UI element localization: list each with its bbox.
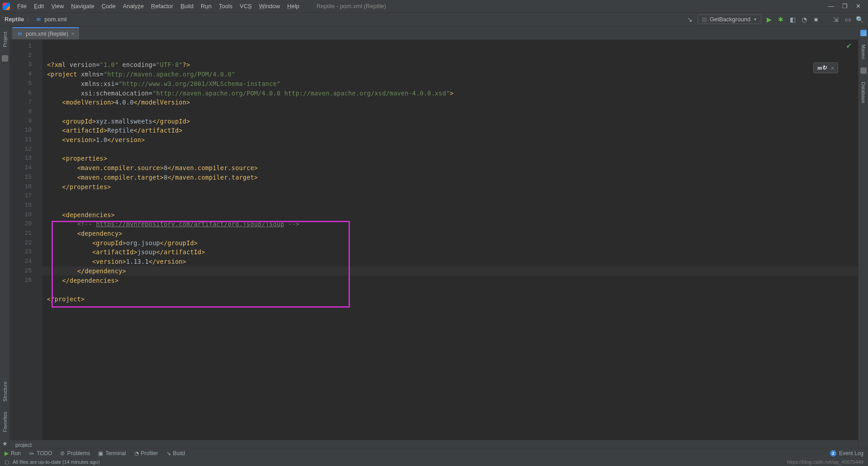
todo-icon: ≔: [29, 450, 34, 456]
menu-build[interactable]: Build: [177, 1, 197, 11]
maven-reload-icon: m↻: [817, 64, 827, 71]
editor[interactable]: ✔ m↻ × 12345678910 11121314151617181920 …: [10, 40, 858, 440]
tab-pom[interactable]: m pom.xml (Reptile) ×: [12, 27, 79, 39]
tool-maven[interactable]: Maven: [861, 43, 866, 61]
fold-stripe[interactable]: [36, 40, 42, 440]
menu-run[interactable]: Run: [197, 1, 215, 11]
maven-tool-icon[interactable]: [860, 30, 867, 36]
maven-file-icon: m: [35, 16, 42, 23]
tool-favorites[interactable]: Favorites: [2, 410, 8, 434]
bottom-problems[interactable]: ⊘Problems: [60, 450, 90, 456]
breadcrumb-file[interactable]: pom.xml: [44, 16, 66, 23]
window-title: Reptile - pom.xml (Reptile): [303, 3, 828, 10]
bottom-event-log[interactable]: Event Log: [839, 450, 863, 456]
title-bar: File Edit View Navigate Code Analyze Ref…: [0, 0, 868, 13]
tab-close-icon[interactable]: ×: [71, 30, 75, 37]
coverage-icon[interactable]: ◧: [788, 15, 797, 24]
bottom-todo[interactable]: ≔TODO: [29, 450, 52, 456]
build-hammer-icon[interactable]: ↘: [686, 15, 694, 24]
menu-tools[interactable]: Tools: [215, 1, 236, 11]
tool-project[interactable]: Project: [2, 30, 8, 49]
status-bar: ▢ All files are up-to-date (14 minutes a…: [0, 458, 868, 466]
main-area: Project Structure Favorites ★ m pom.xml …: [0, 26, 868, 450]
navigation-bar: Reptile 〉 m pom.xml ↘ ▤ GetBackground ▼ …: [0, 13, 868, 26]
event-log-badge: 2: [830, 450, 836, 456]
popup-close-icon[interactable]: ×: [830, 65, 834, 71]
breadcrumbs: Reptile 〉 m pom.xml: [5, 15, 66, 24]
menu-window[interactable]: Window: [255, 1, 283, 11]
menu-help[interactable]: Help: [283, 1, 303, 11]
bottom-build[interactable]: ↘Build: [166, 450, 185, 456]
menu-refactor[interactable]: Refactor: [147, 1, 177, 11]
tool-window-quick-access-icon[interactable]: ▢: [5, 459, 9, 465]
line-gutter: 12345678910 11121314151617181920 2122232…: [10, 40, 36, 440]
code-area[interactable]: <?xml version="1.0" encoding="UTF-8"?> <…: [42, 40, 858, 440]
run-configuration-dropdown[interactable]: ▤ GetBackground ▼: [698, 14, 761, 24]
tab-label: pom.xml (Reptile): [26, 31, 68, 37]
maven-file-icon: m: [17, 31, 23, 37]
minimize-icon[interactable]: —: [828, 3, 834, 10]
right-tool-stripe: Maven Database: [858, 26, 868, 450]
run-arrow-icon: ▶: [5, 450, 9, 456]
menu-edit[interactable]: Edit: [30, 1, 47, 11]
problems-icon: ⊘: [60, 450, 65, 456]
close-icon[interactable]: ✕: [856, 3, 861, 10]
update-project-icon[interactable]: ⇲: [832, 15, 840, 24]
editor-tabs: m pom.xml (Reptile) ×: [10, 26, 858, 40]
status-message: All files are up-to-date (14 minutes ago…: [13, 459, 100, 465]
bottom-run[interactable]: ▶Run: [5, 450, 21, 456]
watermark: https://blog.csdn.net/qq_45675449: [787, 459, 863, 465]
editor-column: m pom.xml (Reptile) × ✔ m↻ × 12345678910…: [10, 26, 858, 450]
run-icon[interactable]: ▶: [765, 15, 773, 24]
folder-icon[interactable]: [2, 55, 8, 62]
build-icon: ↘: [166, 450, 171, 456]
bottom-profiler[interactable]: ◔Profiler: [134, 450, 158, 456]
search-everywhere-icon[interactable]: 🔍: [855, 15, 863, 24]
terminal-icon: ▣: [98, 450, 103, 456]
database-tool-icon[interactable]: [860, 67, 867, 74]
menu-analyze[interactable]: Analyze: [119, 1, 147, 11]
stop-icon[interactable]: ■: [812, 15, 820, 24]
bottom-tool-bar: ▶Run ≔TODO ⊘Problems ▣Terminal ◔Profiler…: [0, 448, 868, 458]
profiler-icon[interactable]: ◔: [800, 15, 808, 24]
maximize-icon[interactable]: ❐: [842, 3, 848, 10]
inspection-status: ✔: [846, 42, 852, 50]
tool-structure[interactable]: Structure: [2, 380, 8, 404]
project-structure-icon[interactable]: ▭: [844, 15, 852, 24]
menu-file[interactable]: File: [14, 1, 30, 11]
menu-navigate[interactable]: Navigate: [67, 1, 98, 11]
left-tool-stripe: Project Structure Favorites ★: [0, 26, 10, 450]
breadcrumb-root[interactable]: Reptile: [5, 16, 24, 23]
tool-database[interactable]: Database: [861, 80, 866, 105]
app-logo-icon: [3, 3, 10, 10]
debug-icon[interactable]: ✱: [777, 15, 785, 24]
run-config-label: GetBackground: [710, 16, 750, 23]
menu-view[interactable]: View: [47, 1, 67, 11]
chevron-right-icon: 〉: [27, 15, 33, 24]
menu-code[interactable]: Code: [98, 1, 119, 11]
check-ok-icon: ✔: [846, 42, 852, 50]
bottom-terminal[interactable]: ▣Terminal: [98, 450, 126, 456]
chevron-down-icon: ▼: [753, 17, 757, 22]
maven-reload-popup[interactable]: m↻ ×: [813, 62, 838, 73]
menu-vcs[interactable]: VCS: [236, 1, 255, 11]
profiler-icon: ◔: [134, 450, 139, 456]
config-icon: ▤: [702, 16, 707, 23]
